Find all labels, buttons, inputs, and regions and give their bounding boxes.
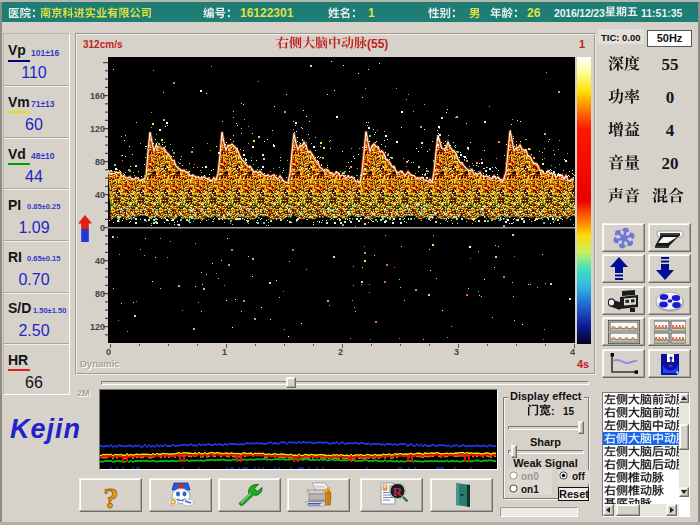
svg-text:?: ? [104, 481, 119, 509]
svg-text:R: R [393, 484, 403, 499]
